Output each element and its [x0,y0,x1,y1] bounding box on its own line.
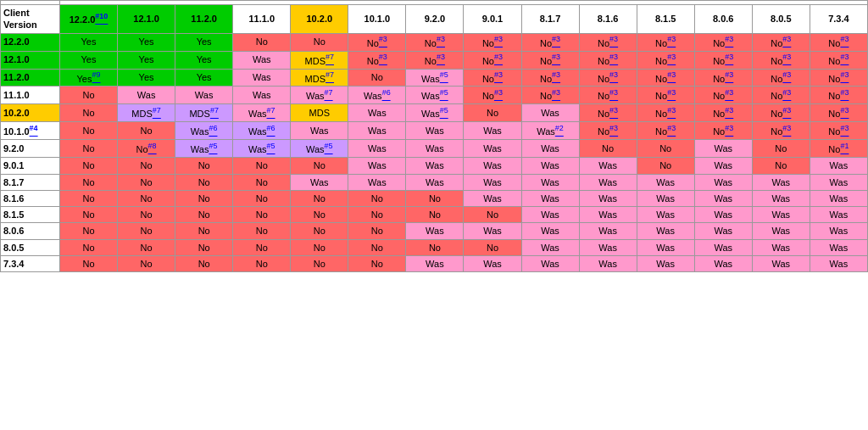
cell-r3-c1: Was [118,87,175,104]
table-row: 7.3.4NoNoNoNoNoNoWasWasWasWasWasWasWasWa… [1,256,868,272]
cell-r3-c13: No#3 [810,87,867,104]
cell-r8-c3: No [233,174,291,190]
cell-r3-c8: No#3 [521,87,579,104]
cell-r11-c4: No [291,223,348,239]
col-header-10-2.0: 10.2.0 [291,5,348,34]
cell-r4-c1: MDS#7 [118,104,175,122]
cell-r4-c0: No [60,104,118,122]
cell-r9-c4: No [291,190,348,206]
cell-r10-c13: Was [810,207,867,223]
cell-r5-c12: No#3 [752,122,810,140]
cell-r8-c0: No [60,174,118,190]
table-row: 8.1.7NoNoNoNoWasWasWasWasWasWasWasWasWas… [1,174,868,190]
cell-r12-c6: No [406,239,464,255]
cell-r0-c8: No#3 [521,33,579,51]
cell-r11-c2: No [175,223,233,239]
row-header-8-1.7: 8.1.7 [1,174,60,190]
cell-r1-c3: Was [233,51,291,69]
cell-r9-c2: No [175,190,233,206]
cell-r10-c12: Was [752,207,810,223]
row-header-8-1.6: 8.1.6 [1,190,60,206]
cell-r6-c11: Was [694,140,752,158]
cell-r3-c9: No#3 [579,87,637,104]
cell-r12-c12: Was [752,239,810,255]
cell-r0-c7: No#3 [464,33,521,51]
cell-r7-c2: No [175,158,233,174]
table-body: 12.2.0YesYesYesNoNoNo#3No#3No#3No#3No#3N… [1,33,868,272]
cell-r5-c1: No [118,122,175,140]
cell-r13-c5: No [348,256,406,272]
cell-r7-c4: No [291,158,348,174]
cell-r11-c1: No [118,223,175,239]
cell-r2-c10: No#3 [637,69,694,87]
cell-r6-c4: Was#5 [291,140,348,158]
cell-r2-c3: Was [233,69,291,87]
cell-r6-c0: No [60,140,118,158]
cell-r8-c12: Was [752,174,810,190]
row-header-7-3.4: 7.3.4 [1,256,60,272]
cell-r7-c1: No [118,158,175,174]
cell-r5-c10: No#3 [637,122,694,140]
cell-r9-c9: Was [579,190,637,206]
cell-r11-c12: Was [752,223,810,239]
cell-r8-c4: Was [291,174,348,190]
cell-r7-c13: Was [810,158,867,174]
cell-r3-c3: Was [233,87,291,104]
cell-r8-c6: Was [406,174,464,190]
cell-r12-c3: No [233,239,291,255]
cell-r5-c11: No#3 [694,122,752,140]
table-row: 12.1.0YesYesYesWasMDS#7No#3No#3No#3No#3N… [1,51,868,69]
cell-r0-c0: Yes [60,33,118,51]
cell-r2-c8: No#3 [521,69,579,87]
cell-r7-c9: Was [579,158,637,174]
cell-r7-c5: Was [348,158,406,174]
cell-r4-c12: No#3 [752,104,810,122]
cell-r12-c5: No [348,239,406,255]
cell-r6-c9: No [579,140,637,158]
cell-r11-c0: No [60,223,118,239]
cell-r9-c1: No [118,190,175,206]
cell-r12-c10: Was [637,239,694,255]
col-header-10-1.0: 10.1.0 [348,5,406,34]
table-row: 8.1.5NoNoNoNoNoNoNoNoWasWasWasWasWasWas [1,207,868,223]
cell-r10-c11: Was [694,207,752,223]
cell-r9-c8: Was [521,190,579,206]
cell-r8-c9: Was [579,174,637,190]
cell-r2-c7: No#3 [464,69,521,87]
cell-r6-c5: Was [348,140,406,158]
cell-r1-c0: Yes [60,51,118,69]
cell-r10-c2: No [175,207,233,223]
cell-r8-c11: Was [694,174,752,190]
cell-r3-c4: Was#7 [291,87,348,104]
cell-r7-c12: No [752,158,810,174]
table-row: 12.2.0YesYesYesNoNoNo#3No#3No#3No#3No#3N… [1,33,868,51]
cell-r5-c0: No [60,122,118,140]
cell-r10-c0: No [60,207,118,223]
cell-r3-c11: No#3 [694,87,752,104]
column-headers-row: ClientVersion 12.2.0#1012.1.011.2.011.1.… [1,5,868,34]
table-row: 9.0.1NoNoNoNoNoWasWasWasWasWasNoWasNoWas [1,158,868,174]
cell-r6-c3: Was#5 [233,140,291,158]
cell-r11-c6: Was [406,223,464,239]
cell-r10-c4: No [291,207,348,223]
cell-r3-c6: Was#5 [406,87,464,104]
cell-r13-c8: Was [521,256,579,272]
cell-r12-c13: Was [810,239,867,255]
col-header-7-3.4: 7.3.4 [810,5,867,34]
col-header-8-0.5: 8.0.5 [752,5,810,34]
cell-r13-c7: Was [464,256,521,272]
cell-r2-c9: No#3 [579,69,637,87]
cell-r2-c12: No#3 [752,69,810,87]
cell-r2-c6: Was#5 [406,69,464,87]
row-header-11-1.0: 11.1.0 [1,87,60,104]
col-header-8-1.6: 8.1.6 [579,5,637,34]
cell-r1-c13: No#3 [810,51,867,69]
cell-r8-c13: Was [810,174,867,190]
cell-r5-c5: Was [348,122,406,140]
compatibility-table: ClientVersion 12.2.0#1012.1.011.2.011.1.… [0,0,868,272]
cell-r4-c3: Was#7 [233,104,291,122]
cell-r1-c7: No#3 [464,51,521,69]
cell-r13-c13: Was [810,256,867,272]
col-header-8-1.5: 8.1.5 [637,5,694,34]
cell-r13-c12: Was [752,256,810,272]
